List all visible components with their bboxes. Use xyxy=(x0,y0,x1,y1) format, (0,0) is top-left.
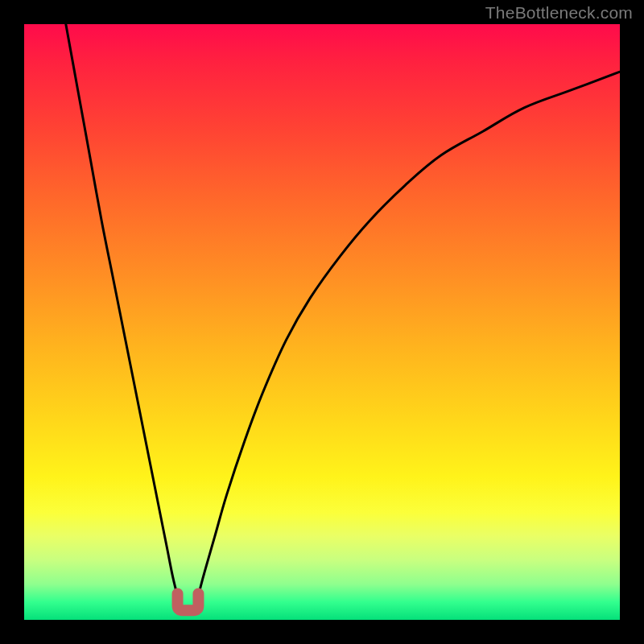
valley-marker xyxy=(178,593,199,610)
curve-right-branch xyxy=(197,72,620,602)
chart-plot-area xyxy=(24,24,620,620)
chart-curve-layer xyxy=(24,24,620,620)
chart-frame: TheBottleneck.com xyxy=(0,0,644,644)
curve-left-branch xyxy=(66,24,180,602)
watermark-text: TheBottleneck.com xyxy=(485,3,633,23)
